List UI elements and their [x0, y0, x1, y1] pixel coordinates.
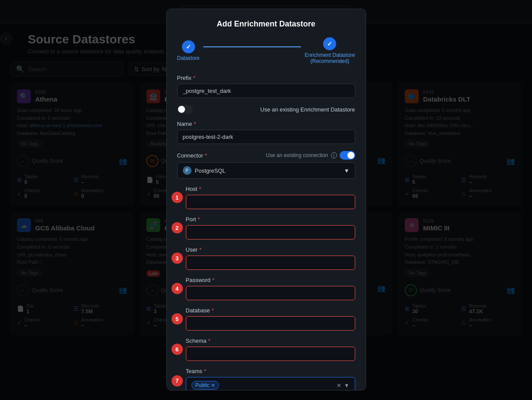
step-line [203, 46, 301, 47]
step-enrichment: ✓ Enrichment Datastore(Recommended) [304, 37, 355, 64]
prefix-label: Prefix * [177, 75, 355, 81]
step-label-2: Enrichment Datastore(Recommended) [304, 52, 355, 64]
port-input[interactable] [186, 225, 355, 239]
teams-input[interactable]: Public ✕ ✕ ▼ [186, 377, 355, 390]
modal-overlay[interactable]: Add Enrichment Datastore ✓ Datastore ✓ E… [0, 0, 532, 400]
required-marker: * [199, 186, 201, 192]
password-input[interactable] [186, 286, 355, 300]
required-marker: * [211, 307, 214, 314]
toggle-label: Use an existing Enrichment Datastore [260, 106, 355, 113]
chevron-down-icon: ▼ [344, 382, 350, 389]
step-6-badge: 6 [172, 344, 183, 355]
host-input[interactable] [186, 195, 355, 209]
toggle-knob [178, 106, 185, 113]
required-marker: * [194, 121, 196, 127]
modal-title: Add Enrichment Datastore [177, 20, 355, 29]
database-group: 5 Database * [177, 307, 355, 331]
required-marker: * [208, 338, 210, 344]
name-input[interactable] [177, 130, 355, 144]
name-label: Name * [177, 121, 355, 127]
required-marker: * [193, 75, 195, 81]
step-1-badge: 1 [172, 192, 183, 203]
port-group: 2 Port * [177, 216, 355, 239]
step-datastore: ✓ Datastore [177, 40, 200, 61]
name-group: Name * [177, 121, 355, 144]
database-input[interactable] [186, 316, 355, 331]
connector-value: PostgreSQL [195, 167, 226, 174]
prefix-group: Prefix * [177, 75, 355, 98]
step-7-badge: 7 [172, 375, 183, 387]
postgresql-icon: P [183, 166, 192, 175]
password-label: Password * [186, 277, 355, 283]
team-tag-label: Public [195, 382, 210, 388]
step-circle-1: ✓ [182, 40, 195, 53]
team-tag-public: Public ✕ [192, 381, 219, 390]
database-label: Database * [186, 307, 355, 314]
existing-connection-toggle[interactable] [340, 151, 355, 160]
password-group: 4 Password * [177, 277, 355, 300]
schema-input[interactable] [186, 347, 355, 361]
clear-icon[interactable]: ✕ [337, 382, 341, 389]
connector-select-inner: P PostgreSQL [183, 166, 226, 175]
step-2-badge: 2 [172, 222, 183, 233]
port-label: Port * [186, 216, 355, 223]
user-input[interactable] [186, 256, 355, 270]
required-marker: * [205, 152, 207, 159]
connector-label: Connector * [177, 152, 207, 159]
modal-stepper: ✓ Datastore ✓ Enrichment Datastore(Recom… [177, 37, 355, 64]
info-icon[interactable]: i [331, 152, 337, 158]
required-marker: * [199, 246, 202, 253]
schema-group: 6 Schema * [177, 338, 355, 361]
host-label: Host * [186, 186, 355, 192]
required-marker: * [212, 277, 215, 283]
connector-select[interactable]: P PostgreSQL ▼ [177, 162, 355, 179]
teams-group: 7 Teams * Public ✕ ✕ ▼ [177, 368, 355, 390]
existing-connection-row: Use an existing connection i [266, 151, 355, 160]
step-label-1: Datastore [177, 55, 200, 61]
step-4-badge: 4 [172, 283, 183, 294]
step-5-badge: 5 [172, 313, 183, 325]
step-3-badge: 3 [172, 252, 183, 264]
prefix-input[interactable] [177, 84, 355, 98]
existing-toggle-row: Use an existing Enrichment Datastore [177, 105, 355, 114]
required-marker: * [204, 368, 206, 374]
toggle-knob-2 [347, 152, 354, 159]
step-circle-2: ✓ [323, 37, 336, 50]
existing-enrichment-toggle[interactable] [177, 105, 193, 114]
existing-connection-label: Use an existing connection [266, 152, 328, 158]
schema-label: Schema * [186, 338, 355, 344]
host-group: 1 Host * [177, 186, 355, 209]
user-group: 3 User * [177, 246, 355, 270]
team-tag-close[interactable]: ✕ [211, 383, 215, 388]
required-marker: * [198, 216, 200, 223]
add-enrichment-modal: Add Enrichment Datastore ✓ Datastore ✓ E… [166, 9, 366, 390]
user-label: User * [186, 246, 355, 253]
chevron-down-icon: ▼ [344, 167, 350, 174]
connector-group: Connector * Use an existing connection i… [177, 151, 355, 179]
teams-label: Teams * [186, 368, 355, 374]
